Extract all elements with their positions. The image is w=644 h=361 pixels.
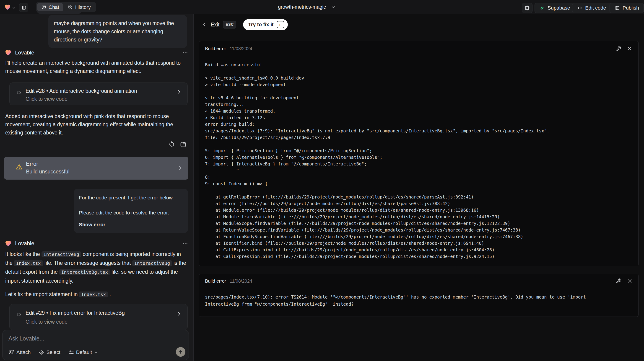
sliders-icon [68, 349, 74, 355]
project-chevron-down-icon [331, 5, 336, 9]
project-switcher[interactable]: growth-metrics-magic [278, 4, 336, 10]
user-message: maybe diagramming points and when you mo… [48, 15, 187, 48]
inline-code: InteractiveBg.tsx [59, 269, 110, 275]
chevron-right-icon [176, 89, 182, 95]
message-menu-ellipsis-icon[interactable] [182, 50, 188, 56]
inline-code: InteractiveBg [42, 251, 82, 257]
text-segment: . [108, 291, 111, 297]
try-to-fix-button[interactable]: Try to fix it F [243, 19, 288, 30]
code-brackets-icon [16, 312, 22, 318]
chevron-down-icon [94, 350, 98, 355]
edit-card-subtitle: Click to view code [26, 319, 68, 325]
edit-card-29[interactable]: Edit #29 • Fix import error for Interact… [9, 304, 188, 330]
log-line: Build was unsuccessful [205, 61, 632, 68]
log-line: file: /builds/29/project/src/pages/Index… [205, 134, 632, 141]
log-line: error during build: [205, 121, 632, 128]
log-line: 5: import { PricingSection } from "@/com… [205, 147, 632, 154]
select-button[interactable]: Select [38, 349, 60, 355]
inline-code: InteractiveBg [132, 260, 172, 266]
lovable-avatar-heart-icon [4, 240, 12, 247]
log-line [205, 187, 632, 194]
log-line [205, 88, 632, 95]
log-line: at CallExpression.bind (file:///builds/2… [205, 247, 632, 253]
panel-left-icon [21, 5, 26, 10]
close-x-icon[interactable] [627, 278, 632, 284]
code-brackets-icon [577, 5, 582, 11]
esc-key-badge: ESC [223, 21, 236, 28]
log-line: transforming... [205, 101, 632, 108]
assistant-paragraph: It looks like the InteractiveBg componen… [5, 250, 188, 285]
lovable-logo-heart-icon[interactable] [4, 4, 11, 10]
edit-code-button[interactable]: Edit code [572, 3, 611, 13]
attach-button[interactable]: Attach [8, 349, 30, 355]
panel-header: Build error 11/08/2024 [199, 41, 638, 56]
chevron-right-icon [176, 311, 182, 317]
log-line: at CallExpression.bind (file:///builds/2… [205, 253, 632, 260]
restore-refresh-icon[interactable] [168, 141, 175, 148]
send-button[interactable] [176, 347, 186, 357]
chevron-right-icon [177, 165, 183, 171]
supabase-button[interactable]: Supabase [534, 3, 575, 13]
wrench-icon[interactable] [616, 46, 622, 51]
mode-label: Default [76, 349, 92, 355]
log-line: at getRollupError (file:///builds/29/pro… [205, 194, 632, 200]
build-log: src/pages/Index.tsx(7,10): error TS2614:… [199, 288, 638, 313]
open-external-icon[interactable] [180, 141, 186, 148]
wrench-icon[interactable] [616, 278, 622, 284]
log-line: > vite_react_shadcn_ts@0.0.0 build:dev [205, 75, 632, 81]
assistant-author: Lovable [15, 49, 34, 56]
exit-button[interactable]: Exit [211, 22, 220, 28]
edit-card-28[interactable]: Edit #28 • Add interactive background an… [9, 82, 188, 105]
panel-date: 11/08/2024 [230, 279, 252, 284]
assistant-message-header: Lovable [4, 49, 188, 56]
log-line: 6: import { AlternativeTools } from "@/c… [205, 154, 632, 161]
sidebar-toggle-button[interactable] [19, 3, 28, 12]
log-line: InteractiveBg from "@/components/Interac… [205, 301, 632, 308]
log-line: at Identifier.bind (file:///builds/29/pr… [205, 240, 632, 247]
log-line: x Build failed in 3.12s [205, 114, 632, 121]
composer: Ask Lovable... Attach Select Default [2, 330, 189, 360]
user-message: For the code present, I get the error be… [74, 189, 188, 233]
composer-input[interactable]: Ask Lovable... [8, 335, 44, 342]
try-to-fix-label: Try to fix it [248, 22, 274, 27]
supabase-label: Supabase [548, 5, 570, 11]
text-segment: It looks like the [5, 251, 42, 257]
panel-date: 11/08/2024 [230, 46, 252, 51]
tab-history[interactable]: History [64, 3, 95, 11]
show-error-link[interactable]: Show error [79, 221, 183, 229]
text-segment: Let's fix the import statement in [5, 291, 79, 297]
log-line: ✓ 1844 modules transformed. [205, 108, 632, 114]
log-line: > vite build --mode development [205, 81, 632, 88]
tab-history-label: History [75, 4, 90, 10]
tab-chat[interactable]: Chat [37, 3, 63, 11]
log-line: at FunctionBodyScope.findVariable (file:… [205, 233, 632, 240]
image-plus-icon [8, 349, 14, 355]
globe-icon [614, 5, 620, 11]
log-line: at Module.error (file:///builds/29/proje… [205, 207, 632, 214]
assistant-summary-text: Added an interactive background with pin… [5, 112, 188, 137]
edit-card-title: Edit #28 • Add interactive background an… [26, 88, 137, 94]
user-message-text: maybe diagramming points and when you mo… [54, 19, 182, 44]
mode-dropdown[interactable]: Default [68, 349, 98, 355]
log-line: src/pages/Index.tsx (7:9): "InteractiveB… [205, 128, 632, 134]
log-line [205, 68, 632, 75]
supabase-bolt-icon [539, 5, 545, 11]
log-line: at ReturnValueScope.findVariable (file:/… [205, 227, 632, 233]
back-chevron-icon[interactable] [202, 22, 207, 27]
publish-button[interactable]: Publish [610, 3, 644, 13]
assistant-closing: Let's fix the import statement in Index.… [5, 290, 188, 299]
edit-code-label: Edit code [585, 5, 606, 11]
log-line: ^ [205, 167, 632, 174]
text-segment: file. The error message suggests that [43, 260, 132, 266]
close-x-icon[interactable] [627, 46, 632, 51]
build-error-card[interactable]: Error Build unsuccessful [4, 157, 188, 180]
error-card-subtitle: Build unsuccessful [26, 169, 70, 175]
log-line: 8: [205, 174, 632, 180]
message-actions [168, 141, 186, 148]
brand-chevron-down-icon[interactable] [12, 6, 16, 10]
message-menu-ellipsis-icon[interactable] [182, 240, 188, 246]
panel-title: Build error [205, 46, 226, 51]
gear-icon [524, 5, 530, 11]
settings-button[interactable] [522, 3, 532, 13]
log-line: at Module.traceVariable (file:///builds/… [205, 214, 632, 220]
